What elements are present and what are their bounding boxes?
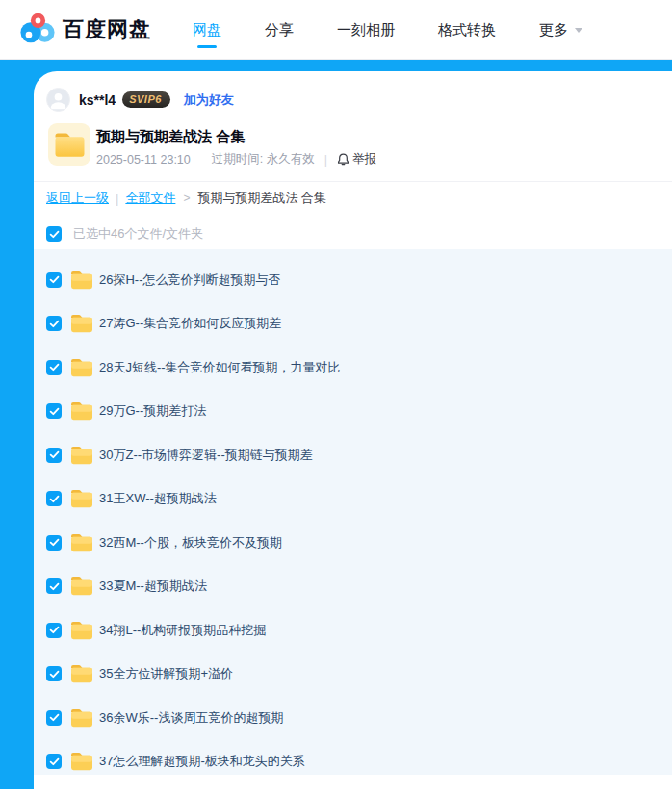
- file-checkbox[interactable]: [46, 316, 62, 331]
- nav-tab-netdisk[interactable]: 网盘: [193, 0, 221, 60]
- chevron-down-icon: [575, 28, 582, 33]
- nav-tab-share-label: 分享: [265, 21, 294, 39]
- folder-icon: [70, 577, 93, 596]
- folder-icon: [70, 708, 93, 728]
- file-name: 29万G--预期差打法: [99, 402, 206, 420]
- share-date: 2025-05-11 23:10: [96, 153, 191, 167]
- nav-tab-share[interactable]: 分享: [265, 0, 294, 60]
- file-row[interactable]: 30万Z--市场博弈逻辑--预期链与预期差: [34, 433, 672, 477]
- svip-badge: SVIP6: [122, 91, 170, 108]
- share-meta-row: 2025-05-11 23:10 过期时间: 永久有效 | 举报: [96, 151, 376, 167]
- share-folder-icon: [48, 123, 90, 166]
- file-checkbox[interactable]: [46, 666, 62, 681]
- share-title: 预期与预期差战法 合集: [96, 128, 245, 146]
- meta-separator: |: [324, 153, 327, 167]
- file-name: 34翔L--机构研报预期品种挖掘: [99, 622, 266, 639]
- file-name: 27涛G--集合竞价如何反应预期差: [99, 315, 281, 332]
- file-name: 30万Z--市场博弈逻辑--预期链与预期差: [99, 447, 313, 464]
- breadcrumb-back-link[interactable]: 返回上一级: [46, 190, 109, 207]
- nav-tab-album-label: 一刻相册: [337, 21, 395, 39]
- file-row[interactable]: 31王XW--超预期战法: [34, 477, 672, 522]
- folder-icon: [70, 314, 93, 333]
- active-tab-underline: [197, 45, 217, 48]
- folder-icon: [70, 533, 93, 552]
- baidu-netdisk-logo-icon: [19, 10, 56, 50]
- breadcrumb-current-folder: 预期与预期差战法 合集: [197, 190, 326, 207]
- file-checkbox[interactable]: [46, 578, 62, 594]
- folder-icon: [70, 664, 93, 683]
- file-checkbox[interactable]: [46, 491, 62, 506]
- folder-icon: [70, 489, 93, 508]
- report-label: 举报: [352, 151, 376, 167]
- file-checkbox[interactable]: [46, 754, 62, 769]
- selection-summary: 已选中46个文件/文件夹: [73, 225, 203, 243]
- baidu-netdisk-share-page: 百度网盘 网盘 分享 一刻相册 格式转换 更多: [0, 0, 672, 795]
- file-checkbox[interactable]: [46, 272, 62, 288]
- file-row[interactable]: 34翔L--机构研报预期品种挖掘: [34, 608, 672, 653]
- section-divider: [34, 181, 672, 182]
- folder-icon: [70, 446, 93, 465]
- nav-tab-netdisk-label: 网盘: [193, 21, 221, 39]
- breadcrumb-all-files-link[interactable]: 全部文件: [125, 190, 175, 207]
- sharer-username: ks**l4: [79, 92, 116, 108]
- file-checkbox[interactable]: [46, 710, 62, 726]
- brand-logo[interactable]: 百度网盘: [19, 0, 151, 60]
- file-checkbox[interactable]: [46, 448, 62, 463]
- nav-tab-more[interactable]: 更多: [539, 0, 582, 60]
- folder-icon: [70, 752, 93, 771]
- report-button[interactable]: 举报: [337, 151, 376, 167]
- select-all-checkbox[interactable]: [46, 226, 62, 242]
- file-name: 31王XW--超预期战法: [99, 490, 217, 507]
- file-checkbox[interactable]: [46, 535, 62, 551]
- folder-icon: [70, 621, 93, 640]
- file-name: 28天J短线--集合竞价如何看预期，力量对比: [99, 359, 341, 376]
- main-nav: 网盘 分享 一刻相册 格式转换 更多: [193, 0, 582, 60]
- folder-icon: [70, 270, 93, 290]
- file-row[interactable]: 26探H--怎么竞价判断超预期与否: [34, 258, 672, 302]
- sharer-info-row: ks**l4 SVIP6 加为好友: [46, 88, 234, 112]
- breadcrumb-arrow: >: [183, 192, 190, 205]
- file-row[interactable]: 36余W乐--浅谈周五竞价的超预期: [34, 696, 672, 740]
- file-name: 35全方位讲解预期+溢价: [99, 665, 233, 682]
- nav-tab-album[interactable]: 一刻相册: [337, 0, 395, 60]
- file-row[interactable]: 33夏M--超预期战法: [34, 565, 672, 609]
- share-expire: 过期时间: 永久有效: [212, 151, 315, 167]
- add-friend-button[interactable]: 加为好友: [184, 91, 234, 109]
- file-row[interactable]: 28天J短线--集合竞价如何看预期，力量对比: [34, 346, 672, 390]
- file-checkbox[interactable]: [46, 360, 62, 375]
- file-row[interactable]: 32西M--个股，板块竞价不及预期: [34, 521, 672, 565]
- file-name: 33夏M--超预期战法: [99, 577, 207, 595]
- avatar: [46, 88, 70, 112]
- top-header: 百度网盘 网盘 分享 一刻相册 格式转换 更多: [0, 0, 672, 60]
- file-name: 36余W乐--浅谈周五竞价的超预期: [99, 709, 283, 727]
- file-list: 26探H--怎么竞价判断超预期与否 27涛G--集合竞价如何反应预期差 28天J…: [34, 249, 672, 775]
- file-row[interactable]: 35全方位讲解预期+溢价: [34, 653, 672, 697]
- select-all-row: 已选中46个文件/文件夹: [46, 225, 203, 243]
- file-name: 37怎么理解超预期-板块和龙头的关系: [99, 753, 305, 770]
- file-row[interactable]: 37怎么理解超预期-板块和龙头的关系: [34, 740, 672, 776]
- file-name: 32西M--个股，板块竞价不及预期: [99, 534, 282, 551]
- file-name: 26探H--怎么竞价判断超预期与否: [99, 271, 281, 289]
- file-row[interactable]: 29万G--预期差打法: [34, 390, 672, 434]
- share-content-card: ks**l4 SVIP6 加为好友 预期与预期差战法 合集 2025-05-11…: [34, 71, 672, 795]
- brand-title: 百度网盘: [63, 15, 151, 44]
- nav-tab-more-label: 更多: [539, 21, 568, 39]
- breadcrumb: 返回上一级 | 全部文件 > 预期与预期差战法 合集: [46, 190, 326, 207]
- file-row[interactable]: 27涛G--集合竞价如何反应预期差: [34, 302, 672, 346]
- nav-tab-convert-label: 格式转换: [438, 21, 496, 39]
- report-icon: [337, 153, 349, 166]
- file-checkbox[interactable]: [46, 403, 62, 419]
- file-checkbox[interactable]: [46, 623, 62, 638]
- nav-tab-convert[interactable]: 格式转换: [438, 0, 496, 60]
- folder-icon: [70, 358, 93, 377]
- breadcrumb-separator: |: [116, 192, 118, 206]
- folder-icon: [70, 401, 93, 421]
